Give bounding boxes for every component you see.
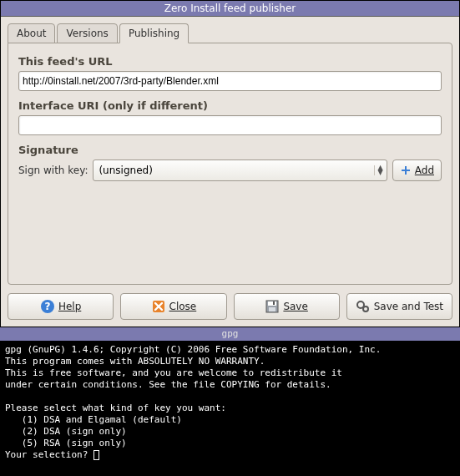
window-titlebar: Zero Install feed publisher [1,1,459,17]
close-label: Close [169,301,197,312]
terminal-text: gpg (GnuPG) 1.4.6; Copyright (C) 2006 Fr… [5,344,381,460]
feed-url-input[interactable] [18,71,442,91]
help-label: Help [58,301,81,312]
interface-uri-input[interactable] [18,115,442,135]
help-button[interactable]: ? Help [8,293,114,320]
svg-point-10 [363,306,368,311]
terminal-window: gpg gpg (GnuPG) 1.4.6; Copyright (C) 200… [0,327,460,464]
signature-label: Signature [18,144,442,156]
tab-versions[interactable]: Versions [57,23,117,43]
sign-with-key-label: Sign with key: [18,165,88,176]
svg-text:?: ? [44,301,50,312]
sign-key-value: (unsigned) [99,165,152,176]
feed-url-label: This feed's URL [18,55,442,68]
save-label: Save [283,301,307,312]
gears-icon [356,299,371,314]
publishing-panel: This feed's URL Interface URI (only if d… [8,43,452,285]
floppy-icon [265,299,280,314]
add-icon [400,165,412,176]
save-and-test-button[interactable]: Save and Test [346,293,452,320]
close-button[interactable]: Close [120,293,226,320]
add-key-label: Add [415,165,434,176]
tab-bar: About Versions Publishing [8,23,452,43]
save-button[interactable]: Save [234,293,340,320]
add-key-button[interactable]: Add [392,160,442,181]
svg-rect-8 [273,301,275,305]
interface-uri-label: Interface URI (only if different) [18,99,442,112]
help-icon: ? [40,299,55,314]
tab-about[interactable]: About [8,23,55,43]
close-icon [151,299,166,314]
terminal-title: gpg [0,327,460,341]
svg-rect-1 [402,170,410,171]
svg-rect-6 [268,301,276,306]
svg-rect-7 [269,307,275,311]
save-and-test-label: Save and Test [374,301,443,312]
terminal-cursor [94,450,99,460]
combo-arrows-icon: ▲▼ [374,165,383,175]
terminal-body[interactable]: gpg (GnuPG) 1.4.6; Copyright (C) 2006 Fr… [0,341,460,464]
sign-key-combo[interactable]: (unsigned) ▲▼ [93,160,387,181]
tab-publishing[interactable]: Publishing [119,23,189,43]
